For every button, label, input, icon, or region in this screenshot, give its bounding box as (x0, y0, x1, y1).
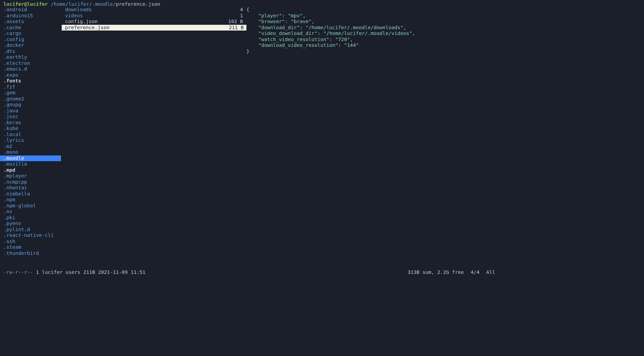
parent-dir-column[interactable]: .android.arduino15.assets.cache.cargo.co… (3, 7, 62, 269)
file-group: users (65, 269, 80, 275)
parent-dir-entry[interactable]: .nimbella (3, 191, 62, 197)
parent-dir-entry[interactable]: .lyrics (3, 137, 62, 144)
parent-dir-entry[interactable]: .pylint.d (3, 227, 62, 233)
current-dir-column[interactable]: downloads4videos1config.json102 Bprefere… (62, 7, 243, 269)
parent-dir-entry[interactable]: .npm-global (3, 203, 62, 209)
path-prefix: /home/lucifer/.moodle/ (48, 1, 116, 7)
parent-dir-entry[interactable]: .config (3, 37, 62, 43)
parent-dir-entry[interactable]: .java (3, 108, 62, 114)
parent-dir-entry[interactable]: .jssc (3, 114, 62, 120)
preview-line: { (246, 7, 495, 13)
parent-dir-entry[interactable]: .keras (3, 120, 62, 126)
parent-dir-entry[interactable]: .nv (3, 209, 62, 215)
file-row[interactable]: config.json102 B (65, 19, 243, 25)
parent-dir-entry[interactable]: .cache (3, 25, 62, 31)
parent-dir-entry[interactable]: .ncmpcpp (3, 179, 62, 185)
breadcrumb-header: lucifer@lucifer /home/lucifer/.moodle/pr… (0, 0, 499, 6)
parent-dir-entry[interactable]: .dts (3, 49, 62, 55)
current-file: preference.json (116, 1, 160, 7)
parent-dir-entry[interactable]: .steam (3, 244, 62, 250)
user-host: lucifer@lucifer (3, 1, 48, 7)
preview-column: { "player": "mpv", "browser": "brave", "… (243, 7, 495, 269)
file-manager-main: .android.arduino15.assets.cache.cargo.co… (0, 6, 499, 269)
parent-dir-entry[interactable]: .pki (3, 215, 62, 221)
parent-dir-entry[interactable]: .gnupg (3, 102, 62, 108)
parent-dir-entry[interactable]: .fonts (3, 78, 62, 84)
preview-line: "watch_video_resolution": "720", (246, 37, 495, 43)
parent-dir-entry[interactable]: .npm (3, 197, 62, 203)
parent-dir-entry[interactable]: .kube (3, 126, 62, 132)
file-links: 1 (36, 269, 39, 275)
parent-dir-entry[interactable]: .react-native-cli (3, 232, 62, 239)
scroll-indicator: All (486, 269, 495, 275)
parent-dir-entry[interactable]: .nhentai (3, 185, 62, 191)
parent-dir-entry[interactable]: .gnome2 (3, 96, 62, 102)
parent-dir-entry[interactable]: .mplayer (3, 173, 62, 179)
preview-line: "browser": "brave", (246, 19, 495, 25)
parent-dir-entry[interactable]: .moodle (0, 155, 61, 162)
parent-dir-entry[interactable]: .mpd (3, 167, 62, 173)
parent-dir-entry[interactable]: .local (3, 132, 62, 138)
parent-dir-entry[interactable]: .cargo (3, 31, 62, 37)
disk-info: 313B sum, 2.2G free4/4All (408, 269, 495, 276)
parent-dir-entry[interactable]: .gem (3, 90, 62, 96)
parent-dir-entry[interactable]: .pyenv (3, 221, 62, 227)
parent-dir-entry[interactable]: .earthly (3, 54, 62, 60)
parent-dir-entry[interactable]: .docker (3, 42, 62, 49)
parent-dir-entry[interactable]: .mozilla (3, 161, 62, 167)
file-permissions: -rw-r--r-- (3, 269, 33, 275)
file-size: 211B (83, 269, 95, 275)
status-bar: -rw-r--r-- 1 lucifer users 211B 2021-11-… (0, 269, 499, 276)
file-info: -rw-r--r-- 1 lucifer users 211B 2021-11-… (3, 269, 145, 276)
position: 4/4 (471, 269, 480, 275)
preview-line: } (246, 49, 495, 55)
parent-dir-entry[interactable]: .electron (3, 60, 62, 67)
file-row[interactable]: preference.json211 B (62, 25, 246, 31)
preview-line: "player": "mpv", (246, 13, 495, 19)
file-owner: lucifer (42, 269, 63, 275)
sum-size: 313B sum, (408, 269, 435, 275)
preview-line: "download_dir": "/home/lucifer/.moodle/d… (246, 25, 495, 31)
parent-dir-entry[interactable]: .android (3, 7, 62, 13)
parent-dir-entry[interactable]: .arduino15 (3, 13, 62, 19)
parent-dir-entry[interactable]: .fzf (3, 84, 62, 90)
file-row[interactable]: videos1 (65, 13, 243, 19)
parent-dir-entry[interactable]: .expo (3, 72, 62, 78)
preview-line: "download_video_resolution": "144" (246, 42, 495, 49)
parent-dir-entry[interactable]: .assets (3, 19, 62, 25)
parent-dir-entry[interactable]: .m2 (3, 144, 62, 150)
file-row[interactable]: downloads4 (65, 7, 243, 13)
free-space: 2.2G free (437, 269, 464, 275)
parent-dir-entry[interactable]: .mono (3, 149, 62, 155)
parent-dir-entry[interactable]: .ssh (3, 239, 62, 245)
parent-dir-entry[interactable]: .emacs.d (3, 66, 62, 72)
file-date: 2021-11-09 11:51 (98, 269, 145, 275)
preview-content: { "player": "mpv", "browser": "brave", "… (246, 7, 495, 269)
preview-line: "video_download_dir": "/home/lucifer/.mo… (246, 31, 495, 37)
parent-dir-entry[interactable]: .thunderbird (3, 250, 62, 257)
